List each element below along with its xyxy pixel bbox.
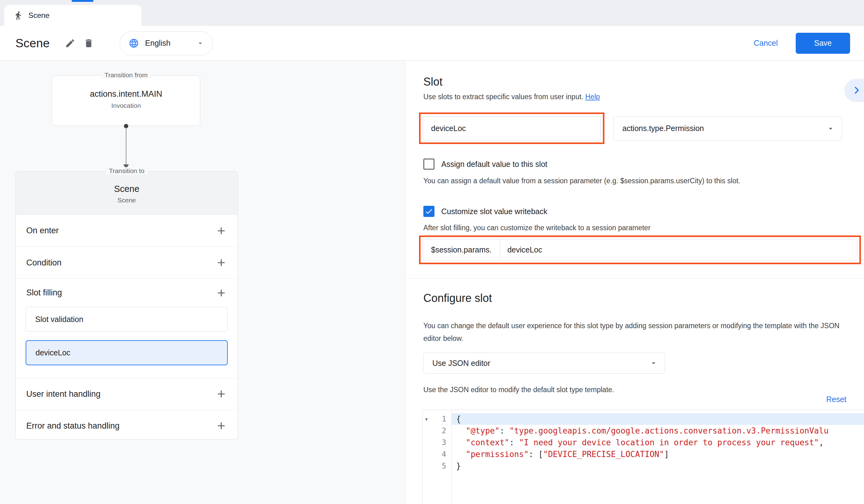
editor-mode-value: Use JSON editor [432,359,490,368]
writeback-help: After slot filling, you can customize th… [423,224,650,232]
pencil-icon [65,38,75,49]
page-title: Scene [15,36,50,50]
checkbox-checked-icon[interactable] [423,206,434,217]
add-icon[interactable] [215,257,227,268]
session-params-prefix: $session.params. [423,239,500,260]
slot-name-input[interactable] [423,117,600,140]
scene-type: Scene [16,196,238,204]
slot-deviceloc-item[interactable]: deviceLoc [26,340,228,365]
intent-type: Invocation [111,102,141,109]
slot-filling-header[interactable]: Slot filling [16,279,238,307]
chevron-down-icon [196,39,204,47]
line-number: 5 [423,460,451,472]
editor-gutter: ▾12345 [423,410,452,504]
save-button[interactable]: Save [796,33,850,54]
editor-mode-dropdown[interactable]: Use JSON editor [423,352,665,374]
section-label: On enter [26,226,59,236]
checkbox-unchecked-icon[interactable] [423,158,434,170]
configure-slot-title: Configure slot [423,292,492,305]
section-user-intent-handling[interactable]: User intent handling [16,378,238,410]
transition-from-legend: Transition from [101,71,151,79]
connector-line [126,128,127,164]
section-condition[interactable]: Condition [16,247,238,278]
cancel-button[interactable]: Cancel [754,39,778,48]
json-editor[interactable]: ▾12345 { "@type": "type.googleapis.com/g… [422,410,864,504]
slot-detail-panel: Slot Use slots to extract specific value… [405,61,864,504]
slot-section-padding [16,365,238,378]
writeback-field: $session.params. [423,239,857,261]
scene-walk-icon [14,11,23,20]
trash-icon [83,38,94,49]
code-line[interactable]: { [452,413,864,425]
section-label: Error and status handling [26,421,120,431]
transition-to-card: Transition to Scene Scene On enter Condi… [15,171,238,440]
top-blue-indicator [72,0,93,2]
slot-name-field [423,116,601,140]
slot-type-dropdown[interactable]: actions.type.Permission [613,116,842,141]
section-label: User intent handling [26,389,100,399]
line-number: 2 [423,425,451,437]
section-error-status-handling[interactable]: Error and status handling [16,410,238,442]
line-number: ▾1 [423,413,451,425]
section-label: Condition [26,258,61,268]
connector-dot [124,124,128,128]
section-on-enter[interactable]: On enter [16,215,238,247]
fold-arrow-icon[interactable]: ▾ [424,413,428,425]
scene-card-header[interactable]: Transition to Scene Scene [16,171,238,215]
slot-type-value: actions.type.Permission [622,124,704,133]
language-selector[interactable]: English [120,31,213,55]
add-icon[interactable] [215,225,227,237]
app-root: Scene Scene English Cancel Save [0,0,864,504]
tab-strip: Scene [0,0,864,26]
writeback-label: Customize slot value writeback [441,207,547,216]
collapse-panel-button[interactable] [845,79,864,101]
assign-default-help: You can assign a default value from a se… [423,177,740,185]
intent-name: actions.intent.MAIN [90,89,162,99]
slot-panel-description: Use slots to extract specific values fro… [423,93,600,101]
editor-help-text: Use the JSON editor to modify the defaul… [423,386,614,394]
slot-panel-title: Slot [423,75,443,88]
add-icon[interactable] [215,287,227,299]
slot-name-highlight-box [419,112,604,144]
chevron-down-icon [649,359,658,368]
edit-scene-button[interactable] [61,34,80,52]
scene-editor-tab[interactable]: Scene [4,5,142,26]
writeback-checkbox-row[interactable]: Customize slot value writeback [423,206,547,217]
reset-link[interactable]: Reset [826,395,847,404]
assign-default-checkbox-row[interactable]: Assign default value to this slot [423,158,547,170]
language-label: English [145,39,190,48]
chevron-right-icon [852,85,862,95]
help-link[interactable]: Help [585,93,600,101]
header-bar: Scene English Cancel Save [0,26,864,61]
section-label: Slot filling [26,288,62,298]
chevron-down-icon [826,124,835,133]
scene-diagram-panel: Transition from actions.intent.MAIN Invo… [0,61,405,504]
main-area: Transition from actions.intent.MAIN Invo… [0,61,864,504]
transition-from-node[interactable]: Transition from actions.intent.MAIN Invo… [52,75,200,126]
globe-icon [129,38,139,49]
code-line[interactable]: } [452,460,864,472]
transition-to-legend: Transition to [105,167,148,175]
tab-label: Scene [28,11,49,20]
slot-validation-item[interactable]: Slot validation [26,307,228,332]
line-number: 3 [423,437,451,448]
line-number: 4 [423,448,451,460]
scene-name: Scene [16,184,238,194]
code-line[interactable]: "@type": "type.googleapis.com/google.act… [452,425,864,437]
configure-slot-description: You can change the default user experien… [423,320,844,345]
add-icon[interactable] [215,420,227,432]
writeback-value-input[interactable] [500,239,857,260]
code-line[interactable]: "context": "I need your device location … [452,437,864,448]
delete-scene-button[interactable] [80,34,98,52]
add-icon[interactable] [215,388,227,400]
code-line[interactable]: "permissions": ["DEVICE_PRECISE_LOCATION… [452,448,864,460]
slot-description-text: Use slots to extract specific values fro… [423,93,584,101]
writeback-highlight-box: $session.params. [419,236,861,264]
section-divider [406,278,864,278]
assign-default-label: Assign default value to this slot [441,160,547,169]
section-slot-filling: Slot filling Slot validation deviceLoc [16,278,238,378]
editor-code[interactable]: { "@type": "type.googleapis.com/google.a… [452,410,864,504]
